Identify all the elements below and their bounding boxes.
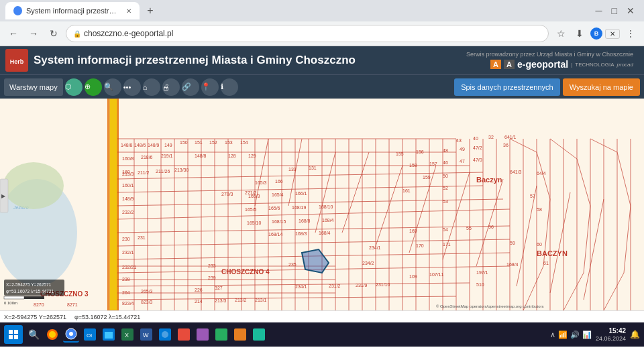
area-label-baczyn-small: Baczyn xyxy=(476,176,502,184)
svg-text:234/1: 234/1 xyxy=(295,284,307,289)
svg-rect-7 xyxy=(109,99,117,310)
taskbar-chevron-icon[interactable]: ∧ xyxy=(550,330,555,339)
forward-button[interactable]: → xyxy=(25,25,42,42)
taskbar-search-button[interactable]: 🔍 xyxy=(25,326,42,343)
svg-text:150: 150 xyxy=(180,140,188,145)
svg-text:148/9: 148/9 xyxy=(148,143,160,147)
svg-text:219/1: 219/1 xyxy=(161,154,173,158)
svg-text:231/2: 231/2 xyxy=(329,284,341,288)
taskbar-bar-chart-icon[interactable]: 📊 xyxy=(582,330,592,339)
svg-text:156: 156 xyxy=(416,149,424,154)
svg-text:165/5: 165/5 xyxy=(245,207,257,212)
new-tab-button[interactable]: + xyxy=(142,3,158,19)
tab-close-button[interactable]: ✕ xyxy=(126,7,131,15)
start-button[interactable] xyxy=(4,325,23,344)
back-button[interactable]: ← xyxy=(5,25,21,42)
taskbar-time-value: 15:42 xyxy=(596,326,626,335)
taskbar-explorer-button[interactable] xyxy=(101,326,117,343)
taskbar-firefox-button[interactable] xyxy=(44,326,60,343)
taskbar-app13-button[interactable] xyxy=(251,326,267,343)
toolbar-info-btn[interactable]: ℹ xyxy=(221,78,238,96)
taskbar-clock[interactable]: 15:42 24.06.2024 xyxy=(596,326,626,343)
bookmark-button[interactable]: ☆ xyxy=(553,25,569,42)
taskbar-outlook-button[interactable]: Ol xyxy=(82,326,98,343)
svg-text:© OpenStreetMap operators/open: © OpenStreetMap operators/openstreetmap.… xyxy=(436,304,544,308)
taskbar-notification-icon[interactable]: 🔔 xyxy=(630,330,640,339)
refresh-button[interactable]: ↻ xyxy=(46,25,62,42)
window-close-button[interactable]: ✕ xyxy=(623,4,639,17)
svg-text:54: 54 xyxy=(443,227,448,232)
map-container[interactable]: Jezioro xyxy=(0,99,644,310)
svg-text:211/26: 211/26 xyxy=(156,169,170,174)
taskbar-app10-button[interactable] xyxy=(195,326,211,343)
svg-text:641/3: 641/3 xyxy=(510,170,522,174)
browser-update-banner[interactable]: ✕ xyxy=(605,29,620,39)
svg-text:230: 230 xyxy=(122,237,130,241)
svg-text:168/4: 168/4 xyxy=(322,218,334,223)
svg-text:161: 161 xyxy=(402,188,411,193)
taskbar: 🔍 Ol X W ∧ 📶 🔊 📊 xyxy=(0,322,644,347)
toolbar-home-btn[interactable]: ⌂ xyxy=(143,78,160,96)
taskbar-network-icon[interactable]: 📶 xyxy=(558,330,568,339)
svg-point-0 xyxy=(14,7,21,14)
window-maximize-button[interactable]: □ xyxy=(608,4,621,17)
taskbar-word-button[interactable]: W xyxy=(138,326,154,343)
svg-text:0    100m: 0 100m xyxy=(4,301,17,305)
toolbar-icon-btn-2[interactable]: ⊕ xyxy=(85,78,102,96)
svg-text:197/1: 197/1 xyxy=(476,270,488,275)
svg-text:148/8: 148/8 xyxy=(195,154,207,158)
svg-text:X=2-594275 Y=262571: X=2-594275 Y=262571 xyxy=(6,282,51,287)
taskbar-app11-button[interactable] xyxy=(213,326,229,343)
address-bar[interactable]: 🔒 choszczno.e-geoportal.pl xyxy=(66,25,549,42)
svg-text:231: 231 xyxy=(138,235,146,240)
svg-text:165/6: 165/6 xyxy=(268,206,280,210)
spatial-data-list-button[interactable]: Spis danych przestrzennych xyxy=(454,78,560,96)
taskbar-app8-button[interactable] xyxy=(157,326,173,343)
svg-text:211/2: 211/2 xyxy=(138,170,150,175)
svg-text:159: 159 xyxy=(423,175,431,180)
svg-text:52: 52 xyxy=(443,186,448,190)
svg-text:168/15: 168/15 xyxy=(272,219,286,224)
svg-text:50: 50 xyxy=(443,174,448,178)
svg-text:213/3: 213/3 xyxy=(122,172,134,176)
svg-text:218/6: 218/6 xyxy=(141,155,153,160)
profile-button[interactable]: B xyxy=(590,27,602,40)
svg-text:510: 510 xyxy=(476,282,484,287)
taskbar-app12-button[interactable] xyxy=(232,326,248,343)
toolbar-pin-btn[interactable]: 📍 xyxy=(201,78,219,96)
svg-text:168/14: 168/14 xyxy=(268,232,283,237)
search-on-map-button[interactable]: Wyszukaj na mapie xyxy=(563,78,640,96)
download-button[interactable]: ⬇ xyxy=(572,25,588,42)
svg-rect-184 xyxy=(4,296,24,299)
toolbar-search-btn[interactable]: 🔍 xyxy=(104,78,121,96)
svg-text:153: 153 xyxy=(225,140,233,145)
svg-text:148/9: 148/9 xyxy=(122,196,134,201)
browser-menu-button[interactable]: ⋮ xyxy=(623,25,639,42)
geo-coord-display: φ=53.16072 λ=15.44721 xyxy=(74,314,140,320)
svg-text:239: 239 xyxy=(208,276,216,280)
service-info: Serwis prowadzony przez Urząd Miasta i G… xyxy=(466,51,633,58)
browser-tab[interactable]: System informacji przestrzen... ✕ xyxy=(5,2,140,19)
svg-text:226: 226 xyxy=(195,288,203,292)
svg-text:53: 53 xyxy=(443,199,448,204)
taskbar-chrome-active[interactable] xyxy=(63,326,79,343)
brand-a2: A xyxy=(504,60,515,69)
toolbar-link-btn[interactable]: 🔗 xyxy=(182,78,199,96)
svg-text:823/4: 823/4 xyxy=(122,301,134,306)
svg-rect-193 xyxy=(9,335,13,339)
toolbar-more-btn[interactable]: ••• xyxy=(123,78,141,96)
svg-rect-9 xyxy=(117,99,119,310)
svg-text:165/3: 165/3 xyxy=(255,180,267,185)
svg-text:214: 214 xyxy=(195,299,203,304)
svg-rect-210 xyxy=(215,328,227,341)
brand-suffix: | xyxy=(571,62,572,68)
taskbar-speaker-icon[interactable]: 🔊 xyxy=(570,330,580,339)
taskbar-app9-button[interactable] xyxy=(176,326,192,343)
svg-text:238: 238 xyxy=(122,277,130,282)
layers-button[interactable]: Warstwy mapy xyxy=(4,78,63,96)
toolbar-print-btn[interactable]: 🖨 xyxy=(162,78,180,96)
taskbar-excel-button[interactable]: X xyxy=(119,326,136,343)
window-minimize-button[interactable]: ─ xyxy=(592,4,606,17)
svg-text:160/1: 160/1 xyxy=(122,183,134,188)
toolbar-icon-btn-1[interactable]: ⬡ xyxy=(65,78,83,96)
